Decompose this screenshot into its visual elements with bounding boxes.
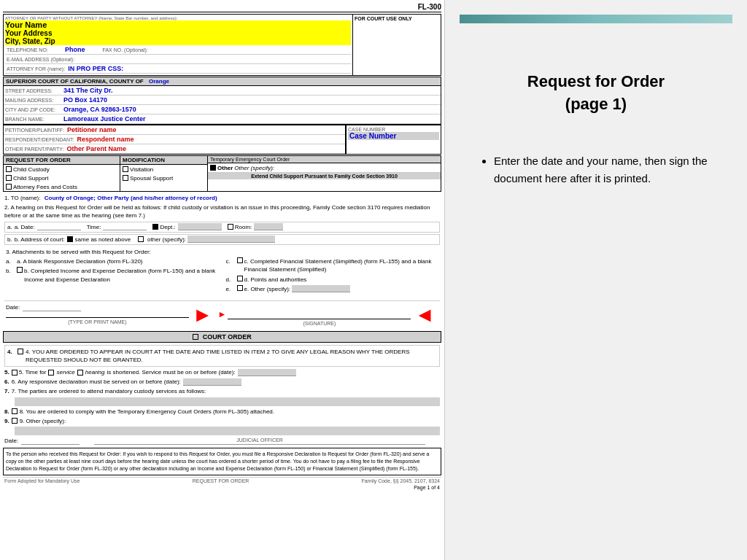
city-zip-row: CITY AND ZIP CODE: Orange, CA 92863-1570 <box>4 105 441 114</box>
other-cb <box>210 165 216 171</box>
spousal-support-cb <box>123 175 128 181</box>
attorney-fees-label: Attorney Fees and Costs <box>13 184 77 190</box>
other-parent-row: OTHER PARENT/PARTY: Other Parent Name <box>4 144 345 154</box>
child-support-cb <box>6 175 12 181</box>
room-cell: Room: <box>228 223 284 231</box>
to-name-value: County of Orange; Other Party (and his/h… <box>44 195 217 201</box>
form-number-header: FL-300 <box>3 3 441 12</box>
attach-a-label: a. <box>6 257 17 265</box>
item4: 4. 4. YOU ARE ORDERED TO APPEAR IN COURT… <box>4 345 440 367</box>
attorney-address: Your Address <box>5 29 351 37</box>
hearing-text: 2. A hearing on this Request for Order w… <box>4 204 430 219</box>
rfo-columns: REQUEST FOR ORDER Child Custody Child Su… <box>4 156 441 191</box>
signature-label: (SIGNATURE) <box>228 319 411 327</box>
item8: 8. 8. You are ordered to comply with the… <box>4 408 440 416</box>
child-support-label: Child Support <box>13 175 48 182</box>
to-name-label: 1. TO (name): <box>4 195 41 201</box>
date-time-row: a. a. Date: Time: Dept.: Room: <box>4 222 440 233</box>
attorney-for-label: ATTORNEY FOR (name): <box>5 66 66 72</box>
arrow-right-2-icon: ► <box>218 308 227 321</box>
court-section: SUPERIOR COURT OF CALIFORNIA, COUNTY OF … <box>3 77 441 125</box>
attachments-section: 3. Attachments to be served with this Re… <box>4 246 440 296</box>
other-label: Other <box>217 165 233 171</box>
item8-cb <box>12 408 18 414</box>
same-as-above-cb <box>67 236 73 242</box>
court-order-cb <box>193 334 198 340</box>
mailing-row: MAILING ADDRESS: PO Box 14170 <box>4 96 441 105</box>
case-number-value: Case Number <box>348 132 439 140</box>
child-custody-cb <box>6 166 12 172</box>
attach-e-label: e. <box>226 285 237 293</box>
visitation-cb <box>123 166 128 172</box>
room-fill <box>254 223 283 230</box>
date-fill3 <box>21 438 80 445</box>
attach-d-text: d. Points and authorities <box>244 276 307 284</box>
modification-header: MODIFICATION <box>120 156 207 165</box>
footer-right: Family Code, §§ 2045, 2107, 6324 <box>362 478 440 483</box>
fax-label: FAX NO. (Optional): <box>101 47 160 53</box>
date-sig-box: Date: (TYPE OR PRINT NAME) <box>6 303 189 326</box>
item9-num: 9. <box>4 417 9 425</box>
instruction-title: Request for Order (page 1) <box>527 71 665 116</box>
item9-cb <box>12 418 18 424</box>
room-label: Room: <box>235 223 252 231</box>
item5-num: 5. <box>4 368 9 376</box>
signature-sig-box: (SIGNATURE) <box>228 303 411 327</box>
item2-content: 2. A hearing on this Request for Order w… <box>4 203 440 219</box>
attach-cde-col: c. c. Completed Financial Statement (Sim… <box>226 257 439 295</box>
temp-emergency-label: Temporary Emergency Court Order <box>210 157 290 162</box>
court-county: Orange <box>149 78 169 85</box>
spousal-support-label: Spousal Support <box>130 175 173 182</box>
item5-text: 5. Time for <box>19 368 47 376</box>
body-section: 1. TO (name): County of Orange; Other Pa… <box>3 194 441 329</box>
date-label-a: a. <box>7 223 12 231</box>
email-label: E-MAIL ADDRESS (Optional): <box>5 56 76 63</box>
branch-row: BRANCH NAME: Lamoreaux Justice Center <box>4 114 441 124</box>
address-row: b. b. Address of court: same as noted ab… <box>4 234 440 245</box>
court-order-header: COURT ORDER <box>3 331 441 343</box>
branch-label: BRANCH NAME: <box>4 116 62 122</box>
petitioner-label: PETITIONER/PLAINTIFF: <box>4 127 66 133</box>
rfo-right: Temporary Emergency Court Order Other Ot… <box>208 156 441 191</box>
room-cb <box>228 224 233 230</box>
attach-a-row: a. a. A blank Responsive Declaration (fo… <box>6 257 219 265</box>
telephone-row: TELEPHONE NO: Phone FAX NO. (Optional): <box>5 45 351 55</box>
attach-b-label: b. <box>6 267 17 283</box>
respondent-label: RESPONDENT/DEFENDANT: <box>4 136 76 143</box>
telephone-label: TELEPHONE NO: <box>5 47 63 53</box>
rfo-section: REQUEST FOR ORDER Child Custody Child Su… <box>3 155 441 192</box>
attach-e-fill <box>292 285 350 292</box>
attach-c-row: c. c. Completed Financial Statement (Sim… <box>226 257 439 273</box>
date-fill <box>37 223 81 230</box>
visitation-row: Visitation <box>120 165 207 174</box>
item2: 2. A hearing on this Request for Order w… <box>4 203 440 219</box>
attach-b-row: b. b. Completed Income and Expense Decla… <box>6 267 219 283</box>
teal-bar <box>460 15 732 23</box>
case-number-label: CASE NUMBER <box>348 127 439 132</box>
footer-notice-text: To the person who received this Request … <box>6 451 430 471</box>
date-cell: a. Date: <box>15 223 81 231</box>
date-label3: Date: <box>4 437 18 445</box>
attach-c-label: c. <box>226 257 237 273</box>
dept-label: Dept.: <box>160 223 175 231</box>
other-specify-label: Other (specify): <box>234 165 274 171</box>
date-judicial-row: Date: JUDICIAL OFFICER <box>4 437 440 445</box>
attorney-fees-cb <box>6 184 12 190</box>
form-number: FL-300 <box>418 3 441 11</box>
attach-a-col: a. a. A blank Responsive Declaration (fo… <box>6 257 219 295</box>
telephone-value: Phone <box>63 45 87 54</box>
court-use-box: FOR COURT USE ONLY <box>353 15 441 75</box>
parties-section: PETITIONER/PLAINTIFF: Petitioner name RE… <box>3 125 441 155</box>
same-as-above: same as noted above <box>75 236 131 244</box>
item6-fill <box>183 378 241 386</box>
respondent-value: Respondent name <box>76 135 136 144</box>
instruction-list: Enter the date and your name, then sign … <box>479 152 713 187</box>
child-custody-row: Child Custody <box>4 165 120 174</box>
attach-c-cb <box>237 257 243 263</box>
arrow-right-icon: ► <box>193 305 213 325</box>
address-label-b: b. <box>7 236 12 244</box>
sig-space <box>228 303 411 313</box>
other-parent-value: Other Parent Name <box>66 144 128 153</box>
child-custody-label: Child Custody <box>13 166 50 173</box>
item7-fill-line <box>15 397 440 406</box>
